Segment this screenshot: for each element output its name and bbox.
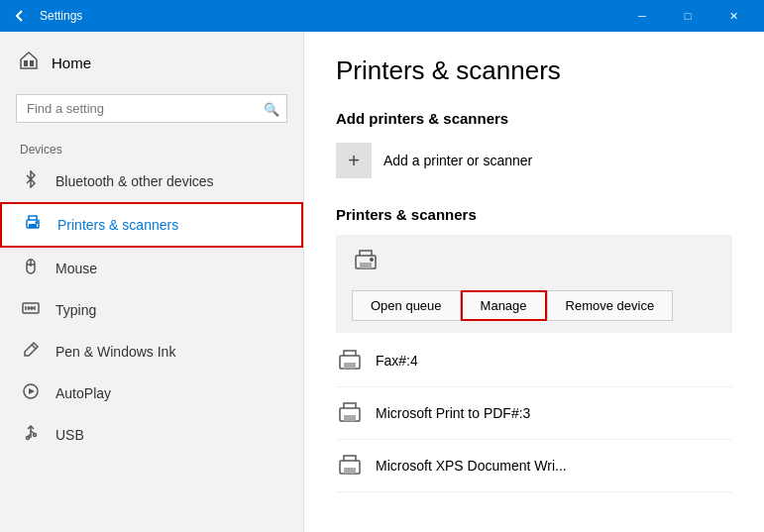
- svg-rect-29: [344, 468, 356, 474]
- add-printer-label: Add a printer or scanner: [383, 153, 532, 168]
- titlebar-title: Settings: [40, 9, 611, 23]
- mouse-icon: [20, 258, 42, 279]
- back-button[interactable]: [8, 4, 32, 28]
- close-button[interactable]: ✕: [710, 0, 756, 32]
- sidebar-item-label-pen: Pen & Windows Ink: [55, 344, 175, 360]
- open-queue-button[interactable]: Open queue: [352, 290, 461, 321]
- printer-device-icon: [352, 247, 380, 280]
- svg-rect-0: [24, 60, 28, 66]
- content-area: Printers & scanners Add printers & scann…: [304, 32, 764, 532]
- svg-rect-25: [344, 363, 356, 369]
- remove-device-button[interactable]: Remove device: [547, 290, 674, 321]
- svg-line-14: [32, 345, 36, 349]
- page-title: Printers & scanners: [336, 55, 732, 86]
- fax-label-1: Microsoft Print to PDF#:3: [376, 405, 530, 421]
- main-layout: Home 🔍 Devices Bluetooth & other devices: [0, 32, 764, 532]
- sidebar-item-pen[interactable]: Pen & Windows Ink: [0, 331, 303, 372]
- sidebar-item-label-printers: Printers & scanners: [57, 217, 178, 233]
- printer-actions: Open queue Manage Remove device: [352, 290, 716, 321]
- search-input[interactable]: [16, 94, 287, 123]
- printer-icon: [22, 214, 44, 236]
- svg-point-20: [34, 434, 37, 437]
- sidebar-item-bluetooth[interactable]: Bluetooth & other devices: [0, 160, 303, 202]
- svg-rect-27: [344, 415, 356, 421]
- maximize-button[interactable]: □: [665, 0, 710, 32]
- search-box[interactable]: 🔍: [16, 94, 287, 123]
- sidebar: Home 🔍 Devices Bluetooth & other devices: [0, 32, 304, 532]
- fax-item-1[interactable]: Microsoft Print to PDF#:3: [336, 387, 732, 440]
- printers-section-title: Printers & scanners: [336, 206, 732, 223]
- home-icon: [20, 52, 38, 74]
- add-section-title: Add printers & scanners: [336, 110, 732, 127]
- home-label: Home: [52, 54, 91, 71]
- fax-item-0[interactable]: Fax#:4: [336, 335, 732, 387]
- sidebar-item-mouse[interactable]: Mouse: [0, 248, 303, 289]
- add-printer-button[interactable]: + Add a printer or scanner: [336, 143, 732, 178]
- sidebar-item-autoplay[interactable]: AutoPlay: [0, 372, 303, 414]
- sidebar-item-label-autoplay: AutoPlay: [55, 385, 111, 401]
- printer-expanded-item: Open queue Manage Remove device: [336, 235, 732, 333]
- add-plus-icon: +: [336, 143, 372, 178]
- sidebar-item-label-bluetooth: Bluetooth & other devices: [55, 173, 214, 189]
- svg-point-19: [27, 437, 30, 440]
- fax-item-2[interactable]: Microsoft XPS Document Wri...: [336, 440, 732, 492]
- pen-icon: [20, 341, 42, 363]
- sidebar-item-home[interactable]: Home: [0, 40, 303, 86]
- minimize-button[interactable]: ─: [619, 0, 665, 32]
- printer-row: [352, 247, 716, 280]
- svg-rect-22: [360, 263, 372, 268]
- manage-button[interactable]: Manage: [461, 290, 547, 321]
- bluetooth-icon: [20, 170, 42, 192]
- typing-icon: [20, 299, 42, 321]
- sidebar-item-printers[interactable]: Printers & scanners: [0, 202, 303, 248]
- window-controls: ─ □ ✕: [619, 0, 756, 32]
- sidebar-item-label-typing: Typing: [55, 302, 96, 318]
- fax-label-0: Fax#:4: [376, 353, 418, 369]
- titlebar: Settings ─ □ ✕: [0, 0, 764, 32]
- fax-label-2: Microsoft XPS Document Wri...: [376, 458, 567, 474]
- svg-rect-1: [30, 60, 34, 66]
- sidebar-item-label-usb: USB: [55, 427, 84, 443]
- sidebar-section-label: Devices: [0, 135, 303, 160]
- usb-icon: [20, 424, 42, 446]
- svg-point-4: [36, 222, 38, 224]
- autoplay-icon: [20, 382, 42, 404]
- svg-point-23: [371, 259, 373, 261]
- sidebar-item-usb[interactable]: USB: [0, 414, 303, 456]
- search-icon: 🔍: [264, 101, 279, 116]
- sidebar-item-label-mouse: Mouse: [55, 261, 97, 276]
- sidebar-item-typing[interactable]: Typing: [0, 289, 303, 331]
- svg-rect-3: [29, 224, 37, 228]
